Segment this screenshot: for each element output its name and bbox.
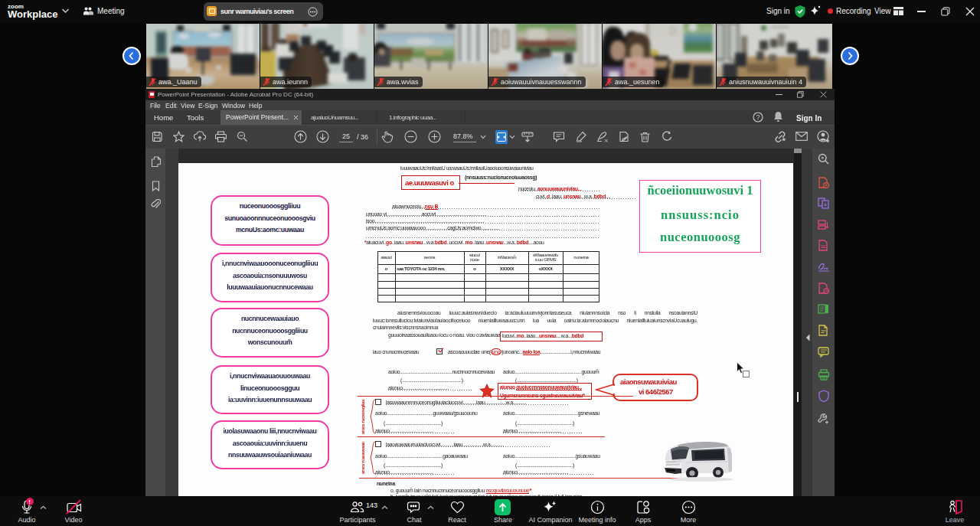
svg-text:?: ?: [756, 113, 760, 121]
